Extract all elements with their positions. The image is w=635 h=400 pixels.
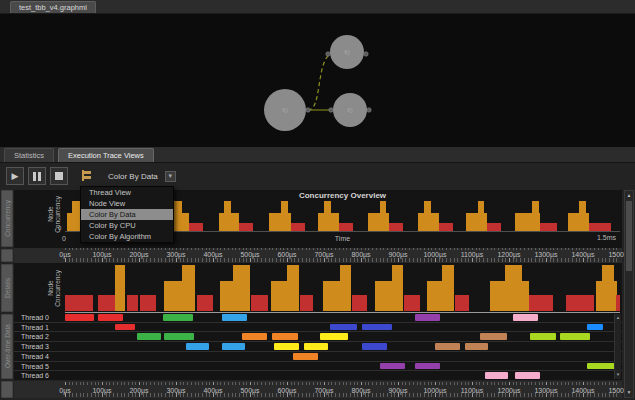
thread-lane — [65, 353, 620, 360]
overview-y-origin: 0 — [58, 225, 61, 231]
pause-button[interactable] — [28, 167, 46, 185]
thread-lane — [65, 372, 620, 379]
task-span[interactable] — [222, 314, 247, 321]
task-span[interactable] — [435, 343, 460, 350]
thread-label: Thread 2 — [21, 333, 49, 340]
task-span[interactable] — [587, 324, 603, 331]
color-mode-dropdown-button[interactable]: ▼ — [165, 171, 176, 182]
idle-bar — [98, 295, 115, 311]
ruler-tick-label: 1000µs — [423, 251, 446, 258]
task-span[interactable] — [415, 363, 440, 370]
menu-item[interactable]: Node View — [81, 198, 173, 209]
task-span[interactable] — [65, 314, 94, 321]
details-plot — [65, 265, 620, 311]
task-span[interactable] — [163, 314, 193, 321]
idle-bar — [540, 223, 557, 231]
concurrency-bar — [478, 201, 485, 231]
rail-concurrency[interactable]: Concurrency — [1, 190, 13, 247]
concurrency-bar — [505, 265, 521, 311]
graph-node[interactable]: f() — [330, 35, 364, 69]
thread-scrollbar[interactable]: ▲ ▼ — [614, 314, 621, 379]
rail-ruler-handle[interactable] — [1, 249, 13, 262]
menu-item[interactable]: Color By Data — [81, 209, 173, 220]
rail-details[interactable]: Details — [1, 264, 13, 312]
thread-lane — [65, 324, 620, 331]
thread-lane — [65, 343, 620, 350]
thread-row: Thread 2 — [14, 331, 622, 341]
idle-bar — [251, 295, 268, 311]
play-button[interactable]: ▶ — [6, 167, 24, 185]
task-span[interactable] — [274, 343, 299, 350]
task-span[interactable] — [330, 324, 357, 331]
idle-bar — [352, 295, 367, 311]
thread-row: Thread 1 — [14, 322, 622, 332]
graph-node[interactable]: f() — [264, 89, 306, 131]
menu-item[interactable]: Color By Algorithm — [81, 231, 173, 242]
task-span[interactable] — [320, 333, 348, 340]
task-span[interactable] — [115, 324, 135, 331]
task-span[interactable] — [530, 333, 556, 340]
time-ruler-bottom[interactable]: 0µs100µs200µs300µs400µs500µs600µs700µs80… — [14, 381, 622, 398]
idle-bar — [487, 223, 501, 231]
ruler-tick-label: 1200µs — [497, 251, 520, 258]
task-span[interactable] — [587, 363, 615, 370]
file-tab[interactable]: test_tbb_v4.graphml — [10, 1, 96, 13]
idle-bar — [455, 295, 469, 311]
ruler-tick-label: 200µs — [129, 251, 148, 258]
concurrency-bar — [174, 201, 181, 231]
ruler-tick-label: 1400µs — [571, 251, 594, 258]
details-panel: Node Concurrency — [14, 263, 622, 313]
concurrency-bar — [392, 265, 403, 311]
tree-view-icon[interactable] — [80, 169, 94, 183]
concurrency-bar — [532, 201, 539, 231]
scroll-down-icon[interactable]: ▼ — [615, 371, 621, 379]
task-span[interactable] — [98, 314, 124, 321]
thread-label: Thread 6 — [21, 372, 49, 379]
main-vertical-scrollbar[interactable]: ▲ ▼ — [624, 190, 634, 398]
task-span[interactable] — [242, 333, 267, 340]
tab-execution-trace-views[interactable]: Execution Trace Views — [58, 148, 154, 162]
concurrency-bar — [579, 201, 586, 231]
menu-item[interactable]: Color By CPU — [81, 220, 173, 231]
task-span[interactable] — [293, 353, 318, 360]
stop-button[interactable] — [50, 167, 68, 185]
scroll-up-icon[interactable]: ▲ — [615, 314, 621, 322]
tab-statistics[interactable]: Statistics — [4, 148, 54, 162]
graph-node-label: f() — [344, 49, 350, 55]
scrollbar-thumb[interactable] — [626, 201, 632, 271]
scroll-up-icon[interactable]: ▲ — [625, 191, 633, 200]
scroll-down-icon[interactable]: ▼ — [625, 388, 633, 397]
thread-label: Thread 0 — [21, 314, 49, 321]
graph-node-label: f() — [347, 107, 353, 113]
graph-node[interactable]: f() — [333, 93, 367, 127]
task-span[interactable] — [186, 343, 209, 350]
idle-bar — [300, 295, 313, 311]
idle-bar — [197, 295, 213, 311]
task-span[interactable] — [465, 343, 488, 350]
task-span[interactable] — [415, 314, 440, 321]
task-span[interactable] — [304, 343, 328, 350]
task-span[interactable] — [380, 363, 405, 370]
task-span[interactable] — [164, 333, 194, 340]
task-span[interactable] — [560, 333, 590, 340]
task-span[interactable] — [362, 343, 387, 350]
task-span[interactable] — [272, 333, 298, 340]
task-span[interactable] — [480, 333, 507, 340]
thread-lane — [65, 314, 620, 321]
rail-label: Over-time Data — [4, 324, 11, 368]
task-span[interactable] — [515, 372, 540, 379]
idle-bar — [339, 223, 353, 231]
idle-bar — [589, 223, 611, 231]
rail-overtime-data[interactable]: Over-time Data — [1, 314, 13, 379]
rail-ruler-handle-bottom[interactable] — [1, 381, 13, 398]
task-span[interactable] — [513, 314, 538, 321]
task-span[interactable] — [362, 324, 392, 331]
graph-canvas[interactable]: f() f() f() — [0, 14, 635, 147]
task-span[interactable] — [137, 333, 161, 340]
chevron-down-icon: ▼ — [167, 173, 173, 179]
time-ruler-top[interactable]: 0µs100µs200µs300µs400µs500µs600µs700µs80… — [14, 248, 622, 263]
concurrency-bar — [115, 265, 125, 311]
menu-item[interactable]: Thread View — [81, 187, 173, 198]
task-span[interactable] — [222, 343, 245, 350]
task-span[interactable] — [485, 372, 508, 379]
